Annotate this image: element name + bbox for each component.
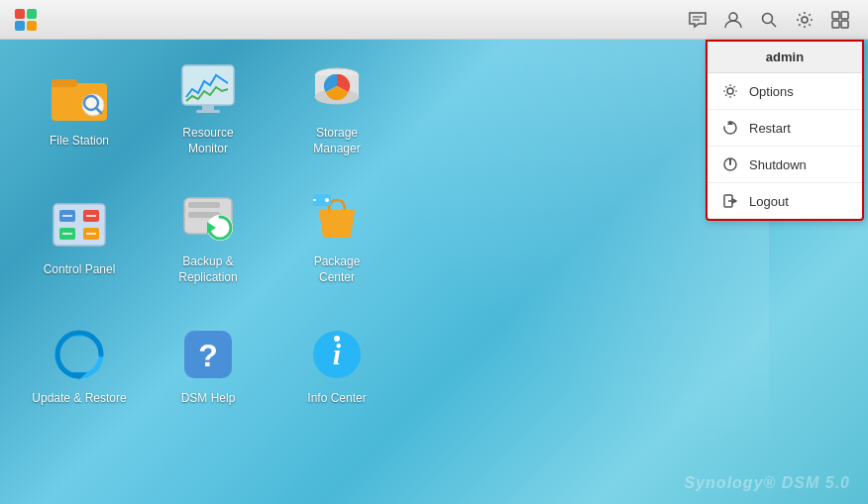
svg-rect-18 — [196, 110, 220, 113]
resource-monitor-icon — [176, 56, 240, 120]
settings-icon[interactable] — [789, 4, 820, 36]
taskbar-left — [0, 2, 44, 38]
taskbar — [0, 0, 868, 40]
storage-manager-icon — [305, 56, 369, 120]
desktop-icon-backup-replication[interactable]: Backup &Replication — [149, 176, 268, 295]
svg-rect-11 — [52, 79, 77, 87]
svg-point-5 — [802, 17, 808, 23]
shutdown-item[interactable]: Shutdown — [707, 147, 862, 183]
desktop-icons-container: File Station ResourceMonitor — [20, 48, 406, 434]
control-panel-icon — [48, 193, 111, 256]
svg-point-2 — [729, 13, 737, 21]
user-icon[interactable] — [717, 4, 749, 36]
svg-text:i: i — [333, 338, 342, 370]
search-icon[interactable] — [753, 4, 785, 36]
resource-monitor-label: ResourceMonitor — [182, 126, 233, 156]
options-label: Options — [749, 84, 794, 99]
shutdown-label: Shutdown — [749, 157, 807, 172]
storage-manager-label: StorageManager — [313, 126, 360, 156]
svg-point-47 — [334, 336, 340, 342]
svg-rect-9 — [841, 21, 848, 28]
logout-icon — [721, 192, 739, 210]
svg-text:?: ? — [198, 338, 218, 373]
taskbar-logo[interactable] — [8, 2, 44, 38]
dsm-help-label: DSM Help — [181, 391, 236, 407]
taskbar-right — [682, 4, 868, 36]
file-station-icon — [48, 64, 111, 128]
control-panel-label: Control Panel — [44, 262, 116, 278]
desktop-icon-control-panel[interactable]: Control Panel — [20, 176, 139, 295]
desktop-icon-update-restore[interactable]: Update & Restore — [20, 305, 139, 424]
restart-label: Restart — [749, 121, 791, 136]
desktop-icon-dsm-help[interactable]: ? DSM Help — [149, 305, 268, 424]
logo-cell-yellow — [27, 21, 37, 31]
backup-replication-label: Backup &Replication — [178, 254, 237, 285]
svg-rect-17 — [202, 105, 214, 110]
desktop-icon-file-station[interactable]: File Station — [20, 48, 139, 166]
restart-icon — [721, 119, 739, 137]
user-dropdown: admin Options Restart — [705, 40, 864, 221]
info-center-icon: i — [305, 322, 369, 385]
desktop: File Station ResourceMonitor — [0, 0, 868, 504]
windows-icon[interactable] — [824, 4, 856, 36]
logo-cell-red — [15, 9, 25, 19]
update-restore-label: Update & Restore — [32, 391, 126, 407]
dsm-help-icon: ? — [176, 322, 240, 385]
package-center-icon — [305, 185, 369, 249]
message-icon[interactable] — [682, 4, 713, 36]
logout-item[interactable]: Logout — [707, 183, 862, 219]
svg-rect-8 — [832, 21, 839, 28]
svg-point-3 — [763, 13, 773, 23]
desktop-icon-storage-manager[interactable]: StorageManager — [277, 48, 396, 166]
watermark: Synology® DSM 5.0 — [685, 474, 850, 492]
desktop-icon-resource-monitor[interactable]: ResourceMonitor — [149, 48, 268, 166]
info-center-label: Info Center — [307, 391, 366, 407]
svg-point-48 — [727, 88, 733, 94]
options-item[interactable]: Options — [707, 73, 862, 110]
package-center-label: PackageCenter — [314, 254, 361, 285]
file-station-label: File Station — [50, 134, 109, 150]
update-restore-icon — [48, 322, 111, 385]
logo-grid — [15, 9, 37, 31]
desktop-icon-info-center[interactable]: i Info Center — [277, 305, 396, 424]
options-icon — [721, 82, 739, 100]
logo-cell-green — [27, 9, 37, 19]
logo-cell-blue — [15, 21, 25, 31]
svg-rect-33 — [188, 202, 220, 208]
shutdown-icon — [721, 155, 739, 173]
desktop-icon-package-center[interactable]: PackageCenter — [277, 176, 396, 295]
svg-line-4 — [772, 22, 777, 27]
backup-replication-icon — [176, 185, 240, 249]
svg-rect-7 — [841, 12, 848, 19]
svg-rect-6 — [832, 12, 839, 19]
dropdown-username: admin — [707, 42, 862, 73]
logout-label: Logout — [749, 194, 789, 209]
restart-item[interactable]: Restart — [707, 110, 862, 147]
svg-point-38 — [325, 198, 329, 202]
